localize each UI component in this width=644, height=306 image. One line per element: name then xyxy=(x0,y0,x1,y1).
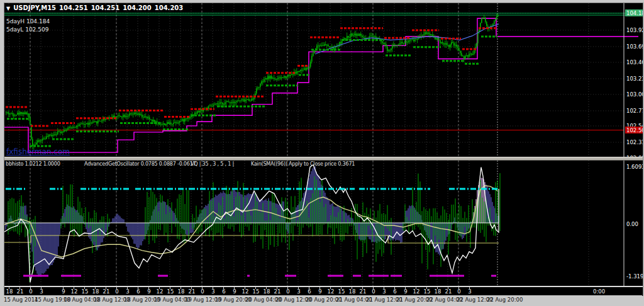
hour-tick-label: 0 xyxy=(29,288,32,295)
hour-tick-mark xyxy=(458,287,459,289)
hour-tick-label: 9 xyxy=(318,288,321,295)
hour-tick-label: 12 xyxy=(413,288,420,295)
indicator-axis-label: -1.3197 xyxy=(626,273,643,280)
hour-tick-mark xyxy=(309,287,309,289)
price-axis-label: 103.465 xyxy=(626,59,643,65)
hour-tick-label: 3 xyxy=(211,288,214,295)
hour-tick-mark xyxy=(74,287,74,289)
hour-tick-mark xyxy=(127,287,128,289)
hour-tick-label: 15 xyxy=(82,288,89,295)
mt4-chart-window: 103.925103.695103.465103.235103.005102.7… xyxy=(4,3,643,296)
ohlc-low: 104.200 xyxy=(123,4,152,11)
hour-tick-label: 0 xyxy=(457,288,460,295)
indicator-axis-label: 0.00 xyxy=(626,221,638,227)
hour-tick-mark xyxy=(234,287,235,289)
price-tag-5day-high: 104.184 xyxy=(626,10,643,16)
hour-tick-mark xyxy=(373,287,374,289)
hour-tick-mark xyxy=(148,287,149,289)
hour-tick-label: 9 xyxy=(233,288,236,295)
hour-tick-label: 21 xyxy=(17,288,24,295)
indicator-pane[interactable]: 1.60930.00-1.3197 bbhisto 1.0212 1.0000 … xyxy=(4,161,643,286)
hour-tick-label: 18 xyxy=(349,288,356,295)
hour-tick-mark xyxy=(191,287,192,289)
hour-tick-mark xyxy=(9,287,9,289)
hour-tick-mark xyxy=(116,287,117,289)
symbol-timeframe: USDJPY,M15 xyxy=(13,4,56,11)
hour-tick-mark xyxy=(170,287,170,289)
hour-tick-mark xyxy=(287,287,288,289)
hour-tick-mark xyxy=(30,287,31,289)
hour-tick-mark xyxy=(266,287,267,289)
hour-tick-label: 6 xyxy=(222,288,225,295)
hour-tick-label: 21 xyxy=(103,288,110,295)
hour-tick-label: 12 xyxy=(71,288,78,295)
watermark-link[interactable]: fxfisherman.com xyxy=(6,147,70,156)
hour-tick-mark xyxy=(159,287,160,289)
hour-tick-mark xyxy=(95,287,96,289)
hour-tick-mark xyxy=(298,287,299,289)
hour-tick-mark xyxy=(223,287,224,289)
hour-tick-label: 18 xyxy=(178,288,185,295)
hour-tick-mark xyxy=(255,287,256,289)
hour-tick-label: 6 xyxy=(393,288,396,295)
hour-tick-label: 21 xyxy=(360,288,367,295)
hour-tick-mark xyxy=(19,287,20,289)
five-day-high-label: 5dayH 104.184 xyxy=(6,18,50,25)
indicator-header: bbhisto 1.0212 1.0000 AdvancedGetOscilla… xyxy=(4,161,643,169)
time-axis-dates[interactable]: 15 Aug 201415 Aug 19:0018 Aug 04:0018 Au… xyxy=(4,295,642,305)
hour-tick-mark xyxy=(277,287,277,289)
hour-tick-label: 9 xyxy=(62,288,65,295)
hour-tick-label: 12 xyxy=(242,288,249,295)
hour-tick-mark xyxy=(106,287,106,289)
hour-tick-label: 21 xyxy=(189,288,196,295)
price-axis-label: 103.235 xyxy=(626,76,643,82)
hour-tick-mark xyxy=(416,287,416,289)
hour-tick-label: 6 xyxy=(136,288,140,295)
indicator-label-kain: Kain(SMA((96)) Apply to Close price 0.36… xyxy=(251,161,355,167)
hour-tick-mark xyxy=(437,287,438,289)
ohlc-high: 104.251 xyxy=(91,4,120,11)
price-tag-5day-low: 102.509 xyxy=(626,127,643,133)
hour-tick-label: 3 xyxy=(126,288,129,295)
date-tick-label: 22 Aug 20:00 xyxy=(487,297,523,303)
price-pane[interactable]: 103.925103.695103.465103.235103.005102.7… xyxy=(4,3,643,157)
indicator-label-advancedgetoscillator: AdvancedGetOscillator 0.0785 0.0887 -0.0… xyxy=(84,161,196,167)
hour-tick-label: 0 xyxy=(115,288,118,295)
hour-tick-mark xyxy=(426,287,427,289)
hour-tick-label: 3 xyxy=(40,288,43,295)
hour-tick-mark xyxy=(138,287,138,289)
hour-tick-label: 12 xyxy=(328,288,335,295)
hour-tick-mark xyxy=(330,287,331,289)
indicator-chart-svg: 1.60930.00-1.3197 xyxy=(4,161,643,286)
indicator-label-bbhisto: bbhisto 1.0212 1.0000 xyxy=(6,161,60,167)
hour-tick-label: 21 xyxy=(445,288,452,295)
ohlc-open: 104.251 xyxy=(59,4,88,11)
hour-tick-label: 18 xyxy=(92,288,99,295)
symbol-dropdown-icon[interactable]: ▼ xyxy=(6,6,10,11)
hour-tick-label: 0 xyxy=(372,288,375,295)
hour-tick-mark xyxy=(384,287,384,289)
indicator-label-vq: VQ | 35 , 3 , 5 , 1 | xyxy=(191,161,234,167)
mt4-chart-screenshot: { "window": { "title": { "dropdown_icon"… xyxy=(0,0,644,306)
date-tick-label: 15 Aug 2014 xyxy=(4,297,38,303)
hour-tick-label: 9 xyxy=(147,288,150,295)
hour-tick-mark xyxy=(448,287,448,289)
chart-title: ▼USDJPY,M15104.251104.251104.200104.203 xyxy=(6,4,186,11)
hour-tick-label: 15 xyxy=(167,288,174,295)
hour-tick-label: 15 xyxy=(253,288,260,295)
hour-tick-mark xyxy=(319,287,320,289)
hour-tick-label: 3 xyxy=(382,288,386,295)
hour-tick-label: 18 xyxy=(435,288,441,295)
hour-tick-mark xyxy=(405,287,406,289)
hour-tick-label: 15 xyxy=(424,288,431,295)
hour-tick-mark xyxy=(63,287,64,289)
hour-tick-label: 6 xyxy=(308,288,311,295)
hour-tick-label: 15 xyxy=(338,288,345,295)
hour-tick-label: 18 xyxy=(6,288,13,295)
hour-tick-mark xyxy=(41,287,42,289)
time-axis-hours[interactable]: 0:00 18210391215182103691215182103691215… xyxy=(4,286,643,296)
hour-tick-mark xyxy=(84,287,85,289)
hour-tick-label: 18 xyxy=(264,288,270,295)
hour-tick-label: 12 xyxy=(157,288,164,295)
five-day-low-label: 5dayL 102.509 xyxy=(6,26,48,33)
